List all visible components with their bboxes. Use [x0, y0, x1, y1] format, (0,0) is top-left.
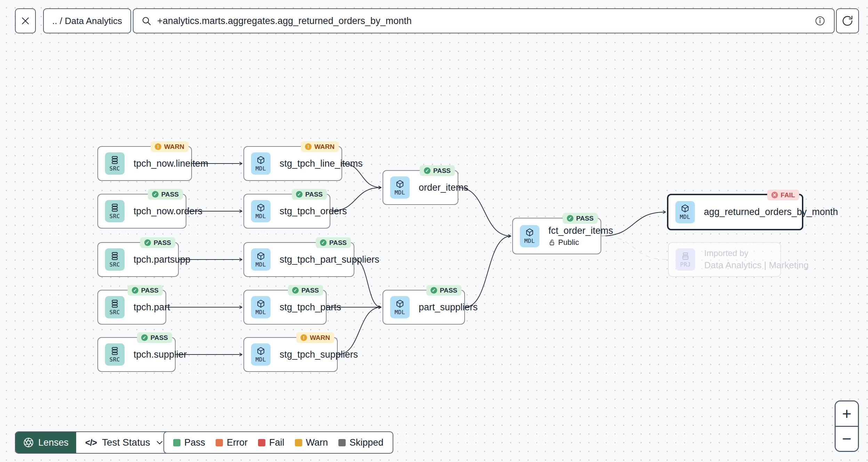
database-icon	[110, 203, 119, 212]
node-type-chip: MDL	[390, 296, 410, 318]
graph-node-stg_tpch_orders[interactable]: MDLstg_tpch_orders✓PASS	[243, 194, 330, 229]
edge-layer	[0, 0, 868, 462]
close-button[interactable]	[15, 8, 36, 33]
status-badge-icon: ✓	[132, 287, 138, 294]
node-type-chip: MDL	[390, 176, 410, 199]
code-icon: </>	[85, 438, 97, 448]
legend-item-error: Error	[216, 437, 248, 448]
legend-swatch	[295, 439, 302, 446]
cube-icon	[525, 228, 534, 237]
status-badge-label: PASS	[329, 239, 347, 247]
status-badge-icon: !	[155, 143, 161, 150]
node-title: agg_returned_orders_by_month	[704, 207, 838, 217]
graph-node-agg_returned_orders_by_month[interactable]: MDLagg_returned_orders_by_month✕FAIL	[667, 194, 803, 230]
graph-node-part_suppliers[interactable]: MDLpart_suppliers✓PASS	[383, 290, 465, 325]
status-badge-label: PASS	[576, 215, 594, 222]
lens-control-group: Lenses </> Test Status	[15, 431, 174, 454]
status-badge-icon: ✓	[320, 239, 327, 246]
zoom-controls: + −	[835, 400, 859, 452]
cube-icon	[256, 299, 265, 308]
node-type-chip: SRC	[105, 200, 124, 222]
graph-node-stg_tpch_parts[interactable]: MDLstg_tpch_parts✓PASS	[243, 290, 327, 325]
lineage-app: { "topbar": { "breadcrumb": ".. / Data A…	[0, 0, 868, 462]
node-subtitle: Public	[548, 238, 613, 247]
legend-swatch	[258, 439, 265, 446]
status-badge-label: PASS	[440, 287, 457, 294]
graph-node-tpch_supplier[interactable]: SRCtpch.supplier✓PASS	[97, 337, 176, 372]
status-badge-icon: ✓	[296, 191, 303, 198]
node-type-chip: MDL	[251, 296, 271, 318]
zoom-out-button[interactable]: −	[836, 426, 858, 451]
status-badge-icon: !	[305, 143, 312, 150]
breadcrumb-label: .. / Data Analytics	[52, 16, 122, 26]
graph-node-stg_tpch_suppliers[interactable]: MDLstg_tpch_suppliers!WARN	[243, 337, 338, 372]
cube-icon	[681, 204, 690, 213]
status-badge-pass: ✓PASS	[137, 332, 172, 343]
node-text: tpch.supplier	[134, 349, 187, 360]
node-type-chip: MDL	[520, 225, 539, 247]
lineage-canvas[interactable]: SRCtpch_now.lineitem!WARNSRCtpch_now.ord…	[0, 0, 868, 462]
node-text: stg_tpch_parts	[280, 302, 341, 313]
node-subtitle-label: Data Analytics | Marketing	[704, 260, 809, 271]
node-text: tpch_now.lineitem	[134, 158, 208, 169]
legend-swatch	[216, 439, 223, 446]
node-text: Imported byData Analytics | Marketing	[704, 248, 809, 271]
node-text: stg_tpch_suppliers	[280, 349, 358, 360]
node-type-chip: SRC	[105, 248, 124, 271]
refresh-button[interactable]	[836, 8, 859, 33]
legend-item-skipped: Skipped	[338, 437, 384, 448]
node-title: order_items	[419, 182, 468, 193]
graph-node-tpch_partsupp[interactable]: SRCtpch.partsupp✓PASS	[97, 242, 179, 277]
graph-node-imported_by[interactable]: PRJImported byData Analytics | Marketing	[668, 242, 781, 277]
cube-icon	[256, 203, 265, 212]
node-text: stg_tpch_part_suppliers	[280, 254, 379, 265]
graph-node-stg_tpch_line_items[interactable]: MDLstg_tpch_line_items!WARN	[243, 146, 342, 181]
lenses-button[interactable]: Lenses	[16, 432, 76, 453]
status-badge-warn: !WARN	[296, 332, 334, 343]
node-type-label: MDL	[256, 309, 266, 316]
node-type-label: PRJ	[680, 261, 691, 268]
info-icon[interactable]	[814, 15, 826, 26]
graph-node-order_items[interactable]: MDLorder_items✓PASS	[383, 170, 458, 205]
legend-item-fail: Fail	[258, 437, 284, 448]
database-icon	[110, 156, 119, 165]
node-type-label: SRC	[110, 261, 120, 268]
graph-node-stg_tpch_part_suppliers[interactable]: MDLstg_tpch_part_suppliers✓PASS	[243, 242, 354, 277]
node-text: stg_tpch_line_items	[280, 158, 363, 169]
breadcrumb[interactable]: .. / Data Analytics	[43, 8, 131, 33]
node-type-chip: MDL	[251, 152, 271, 175]
node-type-chip: SRC	[105, 152, 124, 175]
graph-node-fct_order_items[interactable]: MDLfct_order_itemsPublic✓PASS	[512, 218, 601, 254]
zoom-in-button[interactable]: +	[836, 401, 858, 426]
graph-node-tpch_now_orders[interactable]: SRCtpch_now.orders✓PASS	[97, 194, 186, 229]
node-type-label: MDL	[256, 213, 266, 220]
lens-selector-label: Test Status	[102, 437, 150, 448]
node-title: stg_tpch_suppliers	[280, 349, 358, 360]
node-type-chip: MDL	[251, 200, 271, 222]
edge-stg_tpch_part_suppliers-to-part_suppliers	[354, 260, 381, 307]
status-badge-pass: ✓PASS	[292, 189, 327, 200]
node-text: agg_returned_orders_by_month	[704, 207, 838, 217]
node-text: tpch.part	[134, 302, 170, 313]
status-badge-icon: ✕	[771, 192, 778, 198]
search-icon	[141, 16, 152, 26]
status-badge-pass: ✓PASS	[420, 165, 455, 176]
edge-order_items-to-fct_order_items	[458, 188, 511, 236]
status-badge-icon: ✓	[292, 287, 299, 294]
status-badge-label: PASS	[154, 239, 171, 247]
node-title: tpch.part	[134, 302, 170, 313]
node-type-label: MDL	[256, 261, 266, 268]
graph-node-tpch_part[interactable]: SRCtpch.part✓PASS	[97, 290, 166, 325]
node-title: tpch_now.orders	[134, 206, 202, 217]
search-bar	[133, 8, 835, 33]
aperture-icon	[23, 437, 34, 448]
search-input[interactable]	[157, 16, 809, 26]
chevron-down-icon	[155, 438, 164, 447]
node-text: stg_tpch_orders	[280, 206, 347, 217]
status-badge-icon: ✓	[141, 334, 148, 341]
graph-node-tpch_now_lineitem[interactable]: SRCtpch_now.lineitem!WARN	[97, 146, 192, 181]
status-badge-pass: ✓PASS	[140, 237, 175, 248]
node-type-label: SRC	[110, 356, 120, 363]
legend-swatch	[173, 439, 180, 446]
lens-selector[interactable]: </> Test Status	[76, 432, 173, 453]
